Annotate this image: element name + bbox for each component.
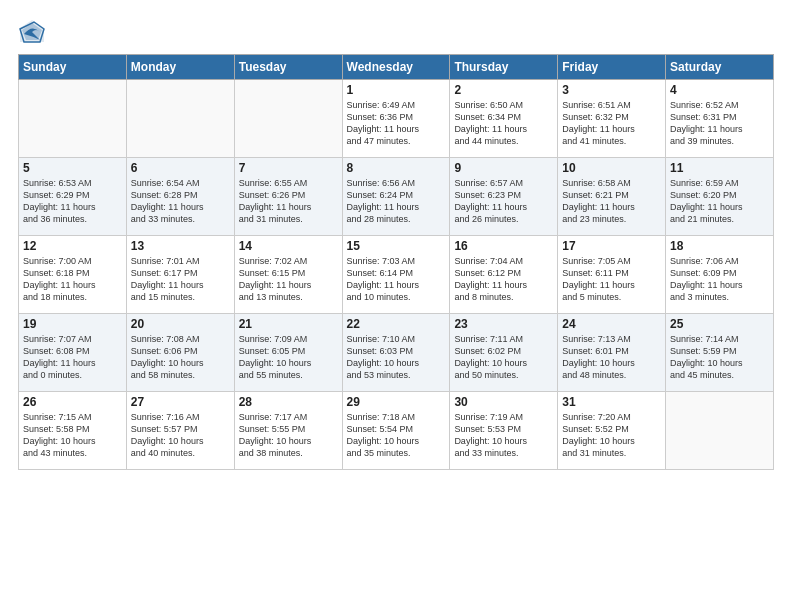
calendar-cell: 28Sunrise: 7:17 AM Sunset: 5:55 PM Dayli…: [234, 392, 342, 470]
day-number: 16: [454, 239, 553, 253]
day-number: 30: [454, 395, 553, 409]
calendar-cell: 30Sunrise: 7:19 AM Sunset: 5:53 PM Dayli…: [450, 392, 558, 470]
day-info: Sunrise: 6:51 AM Sunset: 6:32 PM Dayligh…: [562, 99, 661, 148]
col-header-saturday: Saturday: [666, 55, 774, 80]
col-header-friday: Friday: [558, 55, 666, 80]
day-number: 3: [562, 83, 661, 97]
calendar-week-5: 26Sunrise: 7:15 AM Sunset: 5:58 PM Dayli…: [19, 392, 774, 470]
day-number: 29: [347, 395, 446, 409]
calendar-cell: 9Sunrise: 6:57 AM Sunset: 6:23 PM Daylig…: [450, 158, 558, 236]
day-number: 18: [670, 239, 769, 253]
day-number: 2: [454, 83, 553, 97]
day-info: Sunrise: 7:20 AM Sunset: 5:52 PM Dayligh…: [562, 411, 661, 460]
calendar-cell: [234, 80, 342, 158]
calendar-cell: 6Sunrise: 6:54 AM Sunset: 6:28 PM Daylig…: [126, 158, 234, 236]
day-info: Sunrise: 7:06 AM Sunset: 6:09 PM Dayligh…: [670, 255, 769, 304]
calendar-cell: 23Sunrise: 7:11 AM Sunset: 6:02 PM Dayli…: [450, 314, 558, 392]
day-info: Sunrise: 6:59 AM Sunset: 6:20 PM Dayligh…: [670, 177, 769, 226]
calendar-week-1: 1Sunrise: 6:49 AM Sunset: 6:36 PM Daylig…: [19, 80, 774, 158]
day-number: 10: [562, 161, 661, 175]
calendar-week-4: 19Sunrise: 7:07 AM Sunset: 6:08 PM Dayli…: [19, 314, 774, 392]
day-info: Sunrise: 6:53 AM Sunset: 6:29 PM Dayligh…: [23, 177, 122, 226]
day-number: 28: [239, 395, 338, 409]
day-info: Sunrise: 7:19 AM Sunset: 5:53 PM Dayligh…: [454, 411, 553, 460]
day-info: Sunrise: 6:55 AM Sunset: 6:26 PM Dayligh…: [239, 177, 338, 226]
calendar-cell: 1Sunrise: 6:49 AM Sunset: 6:36 PM Daylig…: [342, 80, 450, 158]
calendar-week-3: 12Sunrise: 7:00 AM Sunset: 6:18 PM Dayli…: [19, 236, 774, 314]
calendar-cell: 20Sunrise: 7:08 AM Sunset: 6:06 PM Dayli…: [126, 314, 234, 392]
day-info: Sunrise: 7:03 AM Sunset: 6:14 PM Dayligh…: [347, 255, 446, 304]
calendar-cell: 17Sunrise: 7:05 AM Sunset: 6:11 PM Dayli…: [558, 236, 666, 314]
calendar-cell: 26Sunrise: 7:15 AM Sunset: 5:58 PM Dayli…: [19, 392, 127, 470]
day-info: Sunrise: 6:57 AM Sunset: 6:23 PM Dayligh…: [454, 177, 553, 226]
day-info: Sunrise: 7:09 AM Sunset: 6:05 PM Dayligh…: [239, 333, 338, 382]
calendar-cell: 25Sunrise: 7:14 AM Sunset: 5:59 PM Dayli…: [666, 314, 774, 392]
calendar-cell: 11Sunrise: 6:59 AM Sunset: 6:20 PM Dayli…: [666, 158, 774, 236]
col-header-tuesday: Tuesday: [234, 55, 342, 80]
day-info: Sunrise: 7:18 AM Sunset: 5:54 PM Dayligh…: [347, 411, 446, 460]
calendar-cell: 2Sunrise: 6:50 AM Sunset: 6:34 PM Daylig…: [450, 80, 558, 158]
day-number: 20: [131, 317, 230, 331]
calendar-cell: 12Sunrise: 7:00 AM Sunset: 6:18 PM Dayli…: [19, 236, 127, 314]
day-number: 6: [131, 161, 230, 175]
day-number: 17: [562, 239, 661, 253]
day-number: 7: [239, 161, 338, 175]
calendar-cell: 21Sunrise: 7:09 AM Sunset: 6:05 PM Dayli…: [234, 314, 342, 392]
day-info: Sunrise: 7:11 AM Sunset: 6:02 PM Dayligh…: [454, 333, 553, 382]
header: [18, 18, 774, 46]
logo-icon: [18, 18, 46, 46]
day-number: 11: [670, 161, 769, 175]
col-header-thursday: Thursday: [450, 55, 558, 80]
calendar-cell: 5Sunrise: 6:53 AM Sunset: 6:29 PM Daylig…: [19, 158, 127, 236]
day-info: Sunrise: 7:01 AM Sunset: 6:17 PM Dayligh…: [131, 255, 230, 304]
calendar-cell: 19Sunrise: 7:07 AM Sunset: 6:08 PM Dayli…: [19, 314, 127, 392]
calendar-cell: 13Sunrise: 7:01 AM Sunset: 6:17 PM Dayli…: [126, 236, 234, 314]
day-info: Sunrise: 7:02 AM Sunset: 6:15 PM Dayligh…: [239, 255, 338, 304]
day-info: Sunrise: 7:17 AM Sunset: 5:55 PM Dayligh…: [239, 411, 338, 460]
day-info: Sunrise: 6:58 AM Sunset: 6:21 PM Dayligh…: [562, 177, 661, 226]
day-number: 25: [670, 317, 769, 331]
col-header-wednesday: Wednesday: [342, 55, 450, 80]
day-number: 14: [239, 239, 338, 253]
col-header-monday: Monday: [126, 55, 234, 80]
day-number: 15: [347, 239, 446, 253]
logo: [18, 18, 50, 46]
day-info: Sunrise: 7:04 AM Sunset: 6:12 PM Dayligh…: [454, 255, 553, 304]
day-info: Sunrise: 7:07 AM Sunset: 6:08 PM Dayligh…: [23, 333, 122, 382]
calendar-cell: 29Sunrise: 7:18 AM Sunset: 5:54 PM Dayli…: [342, 392, 450, 470]
calendar-cell: 22Sunrise: 7:10 AM Sunset: 6:03 PM Dayli…: [342, 314, 450, 392]
day-info: Sunrise: 6:50 AM Sunset: 6:34 PM Dayligh…: [454, 99, 553, 148]
day-number: 31: [562, 395, 661, 409]
calendar-cell: 14Sunrise: 7:02 AM Sunset: 6:15 PM Dayli…: [234, 236, 342, 314]
day-number: 24: [562, 317, 661, 331]
day-number: 26: [23, 395, 122, 409]
calendar-week-2: 5Sunrise: 6:53 AM Sunset: 6:29 PM Daylig…: [19, 158, 774, 236]
calendar-cell: [666, 392, 774, 470]
day-info: Sunrise: 7:05 AM Sunset: 6:11 PM Dayligh…: [562, 255, 661, 304]
calendar-cell: 3Sunrise: 6:51 AM Sunset: 6:32 PM Daylig…: [558, 80, 666, 158]
calendar: SundayMondayTuesdayWednesdayThursdayFrid…: [18, 54, 774, 470]
calendar-cell: [19, 80, 127, 158]
day-number: 23: [454, 317, 553, 331]
calendar-cell: [126, 80, 234, 158]
day-info: Sunrise: 7:14 AM Sunset: 5:59 PM Dayligh…: [670, 333, 769, 382]
calendar-cell: 18Sunrise: 7:06 AM Sunset: 6:09 PM Dayli…: [666, 236, 774, 314]
calendar-header-row: SundayMondayTuesdayWednesdayThursdayFrid…: [19, 55, 774, 80]
day-info: Sunrise: 7:15 AM Sunset: 5:58 PM Dayligh…: [23, 411, 122, 460]
calendar-cell: 8Sunrise: 6:56 AM Sunset: 6:24 PM Daylig…: [342, 158, 450, 236]
day-number: 22: [347, 317, 446, 331]
day-info: Sunrise: 6:54 AM Sunset: 6:28 PM Dayligh…: [131, 177, 230, 226]
calendar-cell: 7Sunrise: 6:55 AM Sunset: 6:26 PM Daylig…: [234, 158, 342, 236]
day-number: 12: [23, 239, 122, 253]
calendar-cell: 15Sunrise: 7:03 AM Sunset: 6:14 PM Dayli…: [342, 236, 450, 314]
day-info: Sunrise: 7:10 AM Sunset: 6:03 PM Dayligh…: [347, 333, 446, 382]
day-info: Sunrise: 7:08 AM Sunset: 6:06 PM Dayligh…: [131, 333, 230, 382]
calendar-cell: 31Sunrise: 7:20 AM Sunset: 5:52 PM Dayli…: [558, 392, 666, 470]
calendar-cell: 4Sunrise: 6:52 AM Sunset: 6:31 PM Daylig…: [666, 80, 774, 158]
calendar-cell: 16Sunrise: 7:04 AM Sunset: 6:12 PM Dayli…: [450, 236, 558, 314]
day-number: 27: [131, 395, 230, 409]
day-info: Sunrise: 6:52 AM Sunset: 6:31 PM Dayligh…: [670, 99, 769, 148]
calendar-cell: 10Sunrise: 6:58 AM Sunset: 6:21 PM Dayli…: [558, 158, 666, 236]
page: SundayMondayTuesdayWednesdayThursdayFrid…: [0, 0, 792, 612]
day-info: Sunrise: 7:00 AM Sunset: 6:18 PM Dayligh…: [23, 255, 122, 304]
